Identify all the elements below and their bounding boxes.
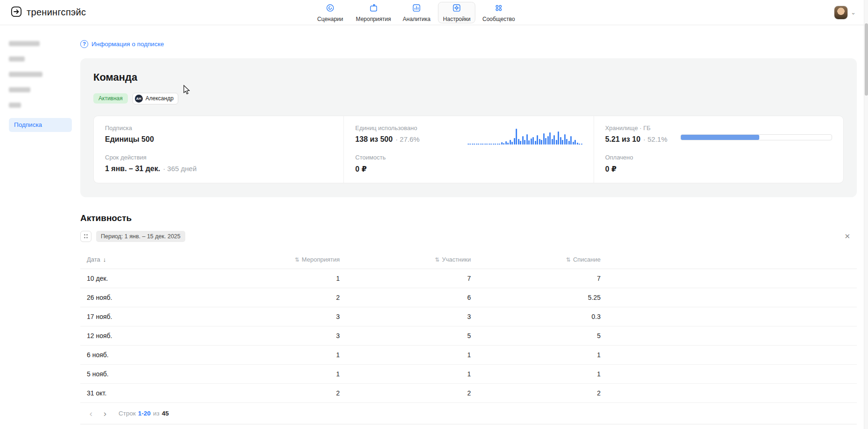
cell-date: 5 нояб. <box>80 370 286 378</box>
sort-icon: ⇅ <box>294 256 299 263</box>
activity-title: Активность <box>80 213 857 223</box>
cell-events: 1 <box>286 370 340 378</box>
sidebar-item-subscription[interactable]: Подписка <box>9 118 72 132</box>
app-logo[interactable]: тренингспэйс <box>10 6 86 20</box>
subscription-page: ? Информация о подписке Команда Активная… <box>80 25 857 424</box>
cell-events: 3 <box>286 313 340 320</box>
cell-participants: 7 <box>340 275 471 282</box>
cell-charge: 7 <box>471 275 601 282</box>
cell-date: 10 дек. <box>80 275 286 282</box>
table-row: 31 окт. 2 2 2 <box>80 384 857 403</box>
settings-icon <box>452 3 462 14</box>
table-header-row: Дата↓ ⇅Мероприятия ⇅Участники ⇅Списание <box>80 250 857 269</box>
sort-icon: ⇅ <box>435 256 440 263</box>
nav-item-scenarios[interactable]: Сценарии <box>312 2 349 23</box>
stat-value: 1 янв. – 31 дек.· 365 дней <box>105 165 332 173</box>
logo-arrow-icon <box>10 6 22 20</box>
cell-events: 3 <box>286 332 340 339</box>
stat-paid: Оплачено 0 ₽ <box>594 151 843 183</box>
table-row: 12 нояб. 3 5 5 <box>80 326 857 346</box>
cell-date: 31 окт. <box>80 389 286 397</box>
question-circle-icon: ? <box>80 40 88 48</box>
column-header-participants[interactable]: ⇅Участники <box>340 256 471 263</box>
stat-label: Хранилище · ГБ <box>605 125 667 131</box>
cell-events: 1 <box>286 275 340 282</box>
stat-label: Срок действия <box>105 154 332 161</box>
cell-participants: 1 <box>340 370 471 378</box>
table-row: 6 нояб. 1 1 1 <box>80 346 857 365</box>
column-header-events[interactable]: ⇅Мероприятия <box>286 256 340 263</box>
stat-percent: · 52.1% <box>643 135 667 143</box>
user-avatar[interactable] <box>834 6 848 20</box>
sort-icon: ⇅ <box>566 256 571 263</box>
rows-total: 45 <box>162 410 169 417</box>
activity-table: Дата↓ ⇅Мероприятия ⇅Участники ⇅Списание … <box>80 250 857 403</box>
storage-progress-fill <box>681 135 759 140</box>
pagination: ‹ › Строк 1-20 из 45 <box>80 403 857 424</box>
stat-value: 138 из 500· 27.6% <box>355 135 420 144</box>
cell-participants: 5 <box>340 332 471 339</box>
cell-charge: 1 <box>471 370 601 378</box>
nav-label: Аналитика <box>403 16 430 22</box>
account-menu[interactable]: ⌄ <box>834 6 856 20</box>
stat-label: Подписка <box>105 125 332 131</box>
rows-label: Строк <box>119 410 136 417</box>
chevron-left-icon[interactable]: ‹ <box>84 406 98 420</box>
cell-charge: 2 <box>471 389 601 397</box>
filter-icon-button[interactable] <box>80 231 91 242</box>
scrollbar-thumb[interactable] <box>865 23 868 96</box>
cell-events: 2 <box>286 294 340 301</box>
chevron-down-icon: ⌄ <box>851 9 856 15</box>
storage-progress-bar <box>680 134 832 140</box>
cell-participants: 1 <box>340 351 471 359</box>
nav-label: Мероприятия <box>356 16 391 22</box>
stat-value: 5.21 из 10· 52.1% <box>605 135 667 144</box>
cell-date: 12 нояб. <box>80 332 286 339</box>
community-icon <box>494 3 504 14</box>
column-header-charge[interactable]: ⇅Списание <box>471 256 601 263</box>
table-row: 17 нояб. 3 3 0.3 <box>80 307 857 326</box>
page-scrollbar[interactable] <box>864 0 868 429</box>
stat-value: 0 ₽ <box>605 165 832 173</box>
close-icon[interactable]: ✕ <box>844 232 850 241</box>
cell-participants: 6 <box>340 294 471 301</box>
cell-events: 1 <box>286 351 340 359</box>
cell-date: 6 нояб. <box>80 351 286 359</box>
stat-units-used: Единиц использовано 138 из 500· 27.6% <box>343 116 593 151</box>
cell-participants: 3 <box>340 313 471 320</box>
column-header-date[interactable]: Дата↓ <box>80 256 286 263</box>
period-filter-chip[interactable]: Период: 1 янв. – 15 дек. 2025 <box>96 231 185 242</box>
stat-validity: Срок действия 1 янв. – 31 дек.· 365 дней <box>94 151 343 183</box>
cell-events: 2 <box>286 389 340 397</box>
sidebar-item-placeholder[interactable] <box>9 103 21 108</box>
nav-label: Настройки <box>443 16 470 22</box>
nav-item-community[interactable]: Сообщество <box>478 2 519 23</box>
owner-name: Александр <box>146 95 174 102</box>
analytics-icon <box>412 3 421 14</box>
rows-range: 1-20 <box>138 410 151 417</box>
stat-label: Стоимость <box>355 154 582 161</box>
sidebar-item-placeholder[interactable] <box>9 87 30 92</box>
nav-item-settings[interactable]: Настройки <box>438 2 476 23</box>
stat-cost: Стоимость 0 ₽ <box>343 151 593 183</box>
cell-charge: 1 <box>471 351 601 359</box>
team-title: Команда <box>93 71 844 83</box>
grid-dots-icon <box>84 234 88 238</box>
table-row: 10 дек. 1 7 7 <box>80 269 857 288</box>
sidebar-item-placeholder[interactable] <box>9 41 40 46</box>
stat-label: Единиц использовано <box>355 125 420 131</box>
sidebar-item-placeholder[interactable] <box>9 56 25 62</box>
settings-sidebar: Подписка <box>0 25 80 424</box>
nav-item-events[interactable]: Мероприятия <box>352 2 395 23</box>
subscription-stats-card: Подписка Единицы 500 Единиц использовано… <box>93 116 844 183</box>
sidebar-item-placeholder[interactable] <box>9 72 42 77</box>
stat-storage: Хранилище · ГБ 5.21 из 10· 52.1% <box>594 116 843 151</box>
chevron-right-icon[interactable]: › <box>98 406 112 420</box>
events-icon <box>369 3 378 14</box>
status-badge: Активная <box>93 93 128 104</box>
subscription-info-link[interactable]: ? Информация о подписке <box>80 40 164 48</box>
table-row: 26 нояб. 2 6 5.25 <box>80 288 857 307</box>
nav-item-analytics[interactable]: Аналитика <box>398 2 435 23</box>
stat-plan: Подписка Единицы 500 <box>94 116 343 151</box>
stat-days: · 365 дней <box>163 165 196 173</box>
